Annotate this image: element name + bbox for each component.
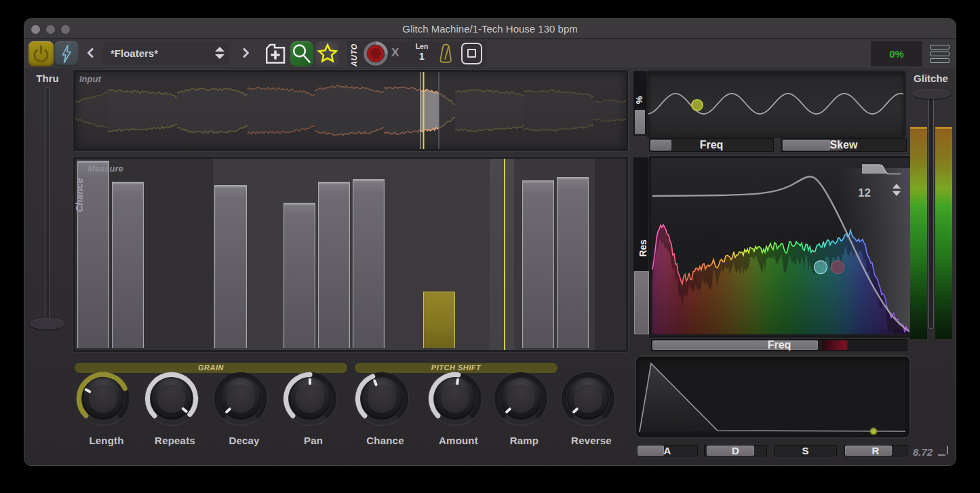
svg-text:12: 12 [858, 186, 871, 199]
